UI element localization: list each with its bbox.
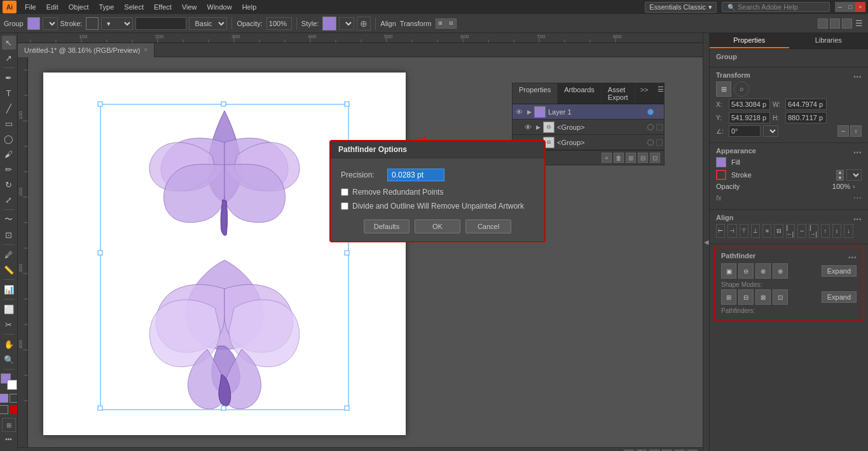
canvas-container[interactable]: 100 200 300 400 (18, 57, 703, 447)
opacity-arrow-btn[interactable]: › (853, 183, 862, 190)
group2-target-circle[interactable] (647, 139, 654, 146)
pf-crop-btn[interactable]: ⊡ (773, 289, 788, 305)
color-mode-none[interactable] (10, 394, 18, 403)
flip-h-btn[interactable]: ↔ (837, 125, 849, 137)
transform-grid-icon[interactable]: ⊞ (716, 81, 731, 97)
pf-trim-btn[interactable]: ⊟ (738, 289, 754, 305)
align-more-btn[interactable]: ··· (853, 214, 862, 225)
menu-window[interactable]: Window (203, 2, 237, 12)
menu-select[interactable]: Select (120, 2, 148, 12)
style-select[interactable]: ▾ (339, 17, 354, 30)
measure-tool[interactable]: 📏 (2, 263, 16, 277)
ok-button[interactable]: OK (415, 219, 460, 233)
pf-expand-btn[interactable]: Expand (822, 265, 857, 277)
pf-intersect-btn[interactable]: ⊗ (755, 263, 771, 279)
zoom-tool[interactable]: 🔍 (2, 352, 16, 366)
remove-redundant-checkbox[interactable] (341, 188, 348, 196)
eyedropper-tool[interactable]: 🖉 (2, 247, 16, 261)
artboard-tool[interactable]: ⬜ (2, 302, 16, 316)
warp-tool[interactable]: 〜 (2, 212, 16, 226)
fx-more-btn[interactable]: ··· (853, 192, 862, 204)
pf-unite-btn[interactable]: ▣ (721, 263, 736, 279)
minimize-button[interactable]: ─ (835, 2, 845, 12)
menu-file[interactable]: File (20, 2, 41, 12)
pen-tool[interactable]: ✒ (2, 71, 16, 85)
rotate-tool[interactable]: ↻ (2, 177, 16, 191)
layer1-chevron[interactable]: ▶ (525, 109, 533, 115)
pf-expand-btn-2[interactable]: Expand (822, 291, 857, 303)
slice-tool[interactable]: ✂ (2, 317, 16, 331)
opacity-input[interactable] (266, 17, 292, 30)
pf-exclude-btn[interactable]: ⊕ (773, 263, 788, 279)
pencil-tool[interactable]: ✏ (2, 162, 16, 176)
new-layer-btn[interactable]: ⊞ (626, 153, 636, 163)
transform-circle-icon[interactable]: ○ (734, 81, 749, 97)
pf-divide-btn[interactable]: ⊞ (721, 289, 736, 305)
pf-merge-btn[interactable]: ⊠ (755, 289, 771, 305)
pf-minus-front-btn[interactable]: ⊖ (738, 263, 754, 279)
rectangle-tool[interactable]: ▭ (2, 116, 16, 130)
brush-select[interactable]: Basic (189, 17, 227, 30)
distribute-left-btn[interactable]: |←| (786, 224, 795, 238)
flip-v-btn[interactable]: ↕ (850, 125, 862, 137)
transform-more-btn[interactable]: ··· (853, 71, 862, 83)
stroke-up-btn[interactable]: ▲ (836, 170, 844, 175)
divide-outline-checkbox[interactable] (341, 202, 348, 210)
tab-close-btn[interactable]: × (144, 46, 148, 53)
pathfinder-more-btn[interactable]: ··· (848, 252, 857, 263)
layers-btn-4[interactable]: ⊟ (638, 153, 648, 163)
direct-selection-tool[interactable]: ↗ (2, 51, 16, 65)
angle-select[interactable]: ▾ (763, 125, 778, 137)
style-color[interactable] (322, 17, 336, 31)
search-help-box[interactable]: 🔍 Search Adobe Help (722, 2, 830, 12)
workspace-selector[interactable]: Essentials Classic ▾ (645, 2, 717, 13)
paintbrush-tool[interactable]: 🖌 (2, 147, 16, 161)
layers-menu-btn[interactable]: ☰ (654, 83, 668, 104)
selection-tool[interactable]: ↖ (2, 36, 16, 50)
y-input[interactable] (729, 112, 770, 123)
layout-icon-3[interactable] (842, 18, 852, 29)
close-button[interactable]: × (855, 2, 865, 12)
stroke-select[interactable]: ▾ (101, 17, 133, 30)
align-center-h-btn[interactable]: ⊣ (727, 224, 736, 238)
color-mode-color[interactable] (0, 394, 8, 403)
document-tab[interactable]: Untitled-1* @ 38.16% (RGB/Preview) × (18, 43, 155, 57)
distribute-right-btn[interactable]: |→| (809, 224, 818, 238)
layers-tab[interactable]: Properties (513, 83, 558, 104)
transform-icon-1[interactable]: ⊞ (436, 18, 446, 29)
hand-tool[interactable]: ✋ (2, 337, 16, 351)
ellipse-tool[interactable]: ◯ (2, 132, 16, 146)
stroke-type-select[interactable]: ▾ (846, 169, 862, 181)
type-tool[interactable]: T (2, 86, 16, 100)
layout-icon-1[interactable] (818, 18, 828, 29)
angle-input[interactable] (729, 125, 761, 137)
menu-type[interactable]: Type (95, 2, 119, 12)
globe-icon[interactable]: ⊕ (357, 17, 371, 31)
add-layer-btn[interactable]: + (602, 153, 612, 163)
asset-export-tab[interactable]: Asset Export (602, 83, 635, 104)
fill-swatch[interactable] (716, 157, 726, 167)
graph-tool[interactable]: 📊 (2, 282, 16, 296)
align-bottom-btn[interactable]: ⊟ (774, 224, 783, 238)
menu-effect[interactable]: Effect (149, 2, 176, 12)
h-input[interactable] (785, 112, 827, 123)
align-center-v-btn[interactable]: ≡ (762, 224, 771, 238)
layer1-lock[interactable] (656, 109, 663, 115)
delete-layer-btn[interactable]: 🗑 (614, 153, 624, 163)
layers-btn-5[interactable]: ⊡ (650, 153, 660, 163)
menu-help[interactable]: Help (238, 2, 261, 12)
transform-icon-2[interactable]: ⊟ (446, 18, 457, 29)
distribute-bottom-btn[interactable]: ↓ (844, 224, 853, 238)
background-color[interactable] (7, 380, 17, 390)
align-right-btn[interactable]: ⊤ (740, 224, 748, 238)
libraries-tab[interactable]: Libraries (789, 33, 869, 48)
group1-lock[interactable] (656, 124, 663, 130)
cancel-button[interactable]: Cancel (465, 219, 511, 233)
menu-edit[interactable]: Edit (42, 2, 63, 12)
stroke-color[interactable] (86, 17, 99, 30)
w-input[interactable] (785, 99, 827, 110)
right-collapse-handle[interactable]: ◀ (703, 33, 709, 451)
stroke-width-field[interactable] (135, 17, 186, 30)
align-left-btn[interactable]: ⊢ (716, 224, 725, 238)
properties-tab[interactable]: Properties (710, 33, 789, 48)
